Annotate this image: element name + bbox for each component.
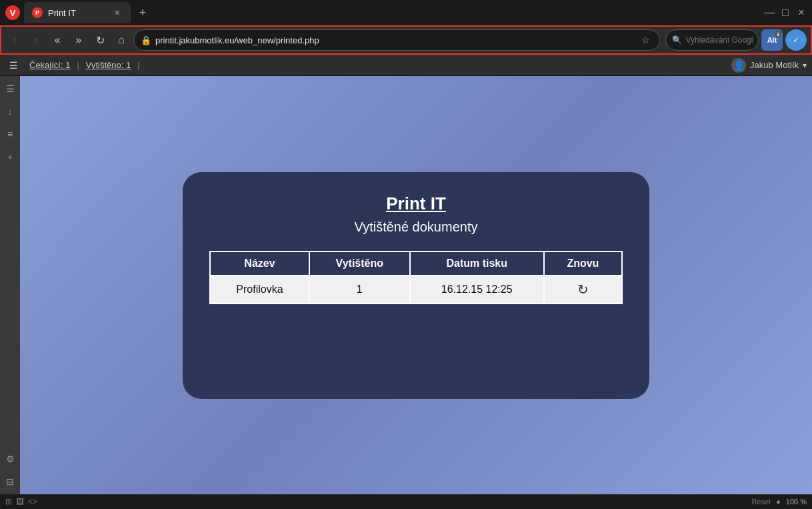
tab-close-button[interactable]: × [112,6,123,19]
sidebar-icon-settings[interactable]: ⚙ [3,452,17,466]
status-dot-icon: ● [776,498,781,506]
status-code-icon: <> [28,497,37,506]
main-area: ☰ ↓ ≡ + ⚙ ⊟ Print IT Vytištěné dokumenty… [0,76,812,494]
first-button[interactable]: « [48,31,67,49]
sidebar-icon-menu[interactable]: ☰ [3,81,17,96]
back-button[interactable]: ‹ [5,31,24,49]
tab-title: Print IT [48,8,76,18]
bookmark-icon[interactable]: ☆ [639,33,653,47]
minimize-button[interactable]: — [764,7,775,18]
forward-button[interactable]: › [27,31,45,49]
table-row: Profilovka 1 16.12.15 12:25 ↻ [210,276,622,304]
sidebar-icon-bottom-bar[interactable]: ⊟ [3,474,17,489]
new-tab-button[interactable]: + [133,3,152,22]
active-tab[interactable]: P Print IT × [24,2,131,23]
printed-link[interactable]: Vytištěno: 1 [83,59,133,71]
last-button[interactable]: » [69,31,88,49]
status-bar: ⊞ 🖼 <> Reset ● 100 % [0,494,812,509]
col-header-reprint: Znovu [544,251,622,276]
col-header-name: Název [210,251,309,276]
left-sidebar: ☰ ↓ ≡ + ⚙ ⊟ [0,76,20,494]
reprint-button[interactable]: ↻ [544,276,622,304]
address-input[interactable] [155,35,635,45]
cell-date: 16.12.15 12:25 [410,276,544,304]
user-avatar-icon: 👤 [731,58,746,73]
bookmark-bar: ☰ Čekající: 1 | Vytištěno: 1 | 👤 Jakub M… [0,55,812,76]
status-bar-left: ⊞ 🖼 <> [5,497,37,506]
sidebar-icon-bookmarks[interactable]: ≡ [3,127,17,141]
sidebar-toggle-button[interactable]: ☰ [5,57,21,73]
status-reset-label[interactable]: Reset [751,498,771,506]
title-bar-controls: — □ × [764,7,807,18]
status-bar-right: Reset ● 100 % [751,498,807,506]
cell-count: 1 [309,276,410,304]
page-content: Print IT Vytištěné dokumenty Název Vytiš… [20,76,812,494]
card-subtitle: Vytištěné dokumenty [355,219,478,235]
sidebar-icon-download[interactable]: ↓ [3,104,17,119]
reload-button[interactable]: ↻ [91,31,109,49]
user-name: Jakub Motlík [750,60,799,70]
browser-logo-icon: V [5,5,20,20]
extension-badge: 3 [775,31,781,37]
close-button[interactable]: × [796,7,807,18]
title-bar: V P Print IT × + — □ × [0,0,812,25]
table-header-row: Název Vytištěno Datum tisku Znovu [210,251,622,276]
search-icon: 🔍 [672,35,682,45]
maximize-button[interactable]: □ [780,7,791,18]
nav-right-buttons: 🔍 Alt 3 ✓ [665,29,807,51]
print-card: Print IT Vytištěné dokumenty Název Vytiš… [183,172,649,399]
nav-separator-1: | [74,60,81,70]
pending-link[interactable]: Čekající: 1 [27,59,73,71]
extension-check-button[interactable]: ✓ [785,29,807,51]
home-button[interactable]: ⌂ [112,31,131,49]
sidebar-icon-add[interactable]: + [3,149,17,164]
status-image-icon: 🖼 [16,497,24,506]
browser-window: V P Print IT × + — □ × ‹ › « [0,0,812,509]
tab-bar: P Print IT × + [24,2,760,23]
address-bar-wrapper[interactable]: 🔒 ☆ [133,29,660,51]
status-page-icon: ⊞ [5,497,12,506]
documents-table: Název Vytištěno Datum tisku Znovu Profil… [209,251,623,304]
extension-alt-button[interactable]: Alt 3 [761,29,783,51]
search-input[interactable] [686,35,753,45]
status-zoom-label: 100 % [786,498,807,506]
tab-favicon-icon: P [32,7,43,18]
address-bar-actions: ☆ [639,33,653,47]
nav-separator-2: | [135,60,142,70]
user-dropdown-icon[interactable]: ▾ [803,61,807,70]
col-header-printed: Vytištěno [309,251,410,276]
cell-name: Profilovka [210,276,309,304]
search-bar-wrapper[interactable]: 🔍 [665,29,759,51]
col-header-date: Datum tisku [410,251,544,276]
navigation-bar: ‹ › « » ↻ ⌂ 🔒 ☆ 🔍 [0,25,812,55]
address-secure-icon: 🔒 [141,35,151,45]
user-area: 👤 Jakub Motlík ▾ [731,58,807,73]
card-title: Print IT [386,193,446,214]
nav-links: Čekající: 1 | Vytištěno: 1 | [21,59,731,71]
